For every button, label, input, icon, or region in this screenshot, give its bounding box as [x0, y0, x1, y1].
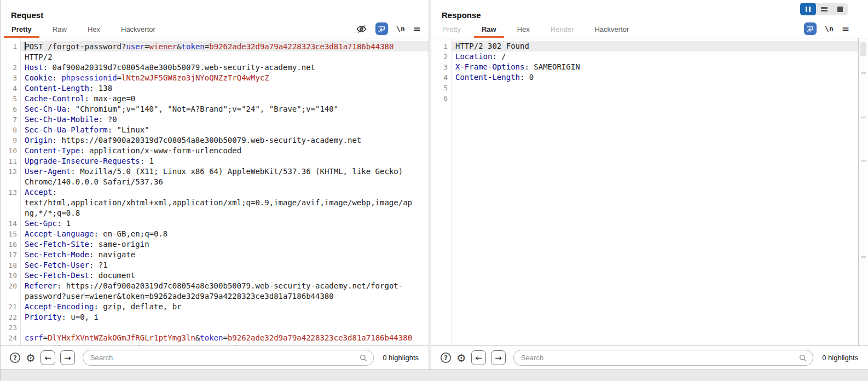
editor-menu-icon[interactable]: ≡: [842, 24, 849, 33]
scrollbar-thumb[interactable]: [860, 42, 866, 56]
line-number: 15: [1, 229, 22, 239]
request-title: Request: [11, 10, 420, 20]
line-text[interactable]: [453, 83, 858, 93]
layout-single-button[interactable]: [832, 3, 848, 15]
word-wrap-toggle[interactable]: [804, 22, 817, 35]
line-text[interactable]: Referer: https://0af900a20319d7c08054a8e…: [22, 281, 414, 302]
layout-button-group: [800, 3, 848, 15]
line-text[interactable]: Sec-Ch-Ua-Mobile: ?0: [22, 114, 414, 125]
line-text[interactable]: Sec-Fetch-Mode: navigate: [22, 250, 414, 260]
code-line-23: 23: [1, 322, 429, 333]
search-settings-button[interactable]: ⚙: [456, 353, 466, 363]
line-text[interactable]: Upgrade-Insecure-Requests: 1: [22, 156, 414, 166]
request-editor[interactable]: 1POST /forgot-password?user=wiener&token…: [1, 38, 429, 345]
highlights-count: 0 highlights: [381, 354, 420, 362]
request-searchbar: ? ⚙ ← → 0 highlights: [1, 345, 429, 370]
search-help-button[interactable]: ?: [440, 352, 452, 363]
editor-scrollbar[interactable]: [858, 38, 868, 345]
line-text[interactable]: Sec-Fetch-Site: same-origin: [22, 239, 414, 250]
request-header: Request: [1, 0, 429, 22]
tab-raw[interactable]: Raw: [474, 22, 504, 38]
code-line-6: 6Sec-Ch-Ua: "Chromium";v="140", "Not=A?B…: [1, 104, 429, 114]
tab-hackvertor[interactable]: Hackvertor: [587, 22, 636, 38]
line-text[interactable]: Sec-Ch-Ua-Platform: "Linux": [22, 125, 414, 135]
line-number: 9: [1, 135, 22, 146]
line-text[interactable]: Sec-Gpc: 1: [22, 218, 414, 229]
line-number: 5: [1, 94, 22, 104]
editor-menu-icon[interactable]: ≡: [413, 24, 421, 33]
word-wrap-toggle[interactable]: [375, 22, 388, 35]
line-text[interactable]: Sec-Ch-Ua: "Chromium";v="140", "Not=A?Br…: [22, 104, 414, 114]
line-text[interactable]: Content-Length: 138: [22, 83, 414, 94]
line-text[interactable]: csrf=DlYHxfXVntWZakOGmJfRGLr1ptYmg3ln&to…: [22, 333, 414, 345]
search-input[interactable]: [83, 350, 374, 366]
line-text[interactable]: Accept-Language: en-GB,en;q=0.8: [22, 229, 414, 239]
filled-square-icon: [837, 7, 843, 12]
line-number: 16: [1, 239, 22, 250]
line-number: 6: [431, 93, 453, 103]
line-text[interactable]: Sec-Fetch-User: ?1: [22, 260, 414, 270]
line-text[interactable]: [22, 322, 414, 333]
two-horizontal-bars-icon: [821, 7, 828, 11]
line-text[interactable]: HTTP/2 302 Found: [453, 41, 858, 51]
search-settings-button[interactable]: ⚙: [26, 353, 36, 363]
search-input[interactable]: [513, 350, 813, 366]
line-text[interactable]: Cache-Control: max-age=0: [22, 94, 414, 104]
line-text[interactable]: Priority: u=0, i: [22, 312, 414, 322]
line-text[interactable]: Accept-Encoding: gzip, deflate, br: [22, 302, 414, 312]
line-number: 14: [1, 218, 22, 229]
line-text[interactable]: Content-Type: application/x-www-form-url…: [22, 146, 414, 156]
bottom-edge-strip: [1, 370, 868, 381]
line-number: 18: [1, 260, 22, 270]
response-editor[interactable]: 1HTTP/2 302 Found2Location: /3X-Frame-Op…: [431, 38, 858, 345]
line-number: 13: [1, 187, 22, 218]
next-match-button[interactable]: →: [60, 350, 75, 365]
line-number: 21: [1, 302, 22, 312]
code-line-10: 10Content-Type: application/x-www-form-u…: [1, 146, 429, 156]
repeater-message-view: Request PrettyRawHexHackvertor: [0, 0, 868, 381]
scrollbar-mark: [861, 117, 866, 118]
layout-columns-button[interactable]: [800, 3, 816, 15]
response-search-field: [513, 350, 813, 366]
line-text[interactable]: Accept: text/html,application/xhtml+xml,…: [22, 187, 414, 218]
tab-pretty[interactable]: Pretty: [4, 22, 39, 38]
layout-rows-button[interactable]: [816, 3, 832, 15]
line-text[interactable]: [453, 93, 858, 103]
line-text[interactable]: Location: /: [453, 51, 858, 62]
tab-hex[interactable]: Hex: [80, 22, 108, 38]
search-icon: [799, 354, 807, 364]
response-code: 1HTTP/2 302 Found2Location: /3X-Frame-Op…: [431, 41, 858, 103]
tab-raw[interactable]: Raw: [45, 22, 74, 38]
show-newlines-toggle[interactable]: \n: [825, 25, 834, 33]
previous-match-button[interactable]: ←: [471, 350, 486, 365]
show-newlines-toggle[interactable]: \n: [396, 25, 405, 33]
code-line-3: 3Cookie: phpsessionid=lNtn2wJF5GW8zo3jNY…: [1, 73, 429, 83]
code-line-16: 16Sec-Fetch-Site: same-origin: [1, 239, 429, 250]
search-help-button[interactable]: ?: [9, 352, 21, 363]
request-code: 1POST /forgot-password?user=wiener&token…: [1, 41, 429, 345]
code-line-18: 18Sec-Fetch-User: ?1: [1, 260, 429, 270]
text-caret: [25, 42, 26, 50]
code-line-1: 1POST /forgot-password?user=wiener&token…: [1, 41, 429, 62]
response-tabbar: PrettyRawHexRenderHackvertor \n ≡: [431, 22, 868, 38]
line-number: 20: [1, 281, 22, 302]
line-text[interactable]: Host: 0af900a20319d7c08054a8e300b50079.w…: [22, 62, 414, 73]
line-number: 1: [1, 41, 22, 62]
tab-hex[interactable]: Hex: [510, 22, 537, 38]
line-text[interactable]: User-Agent: Mozilla/5.0 (X11; Linux x86_…: [22, 166, 414, 187]
line-text[interactable]: Origin: https://0af900a20319d7c08054a8e3…: [22, 135, 414, 146]
search-icon: [360, 354, 367, 364]
line-text[interactable]: Sec-Fetch-Dest: document: [22, 270, 414, 281]
line-text[interactable]: Content-Length: 0: [453, 72, 858, 83]
line-text[interactable]: Cookie: phpsessionid=lNtn2wJF5GW8zo3jNYo…: [22, 73, 414, 83]
line-text[interactable]: POST /forgot-password?user=wiener&token=…: [22, 41, 414, 62]
response-editor-icons: \n ≡: [804, 22, 849, 38]
tab-hackvertor[interactable]: Hackvertor: [113, 22, 163, 38]
hide-nonprintable-toggle[interactable]: [356, 24, 367, 34]
code-line-20: 20Referer: https://0af900a20319d7c08054a…: [1, 281, 429, 302]
previous-match-button[interactable]: ←: [40, 350, 55, 365]
next-match-button[interactable]: →: [491, 350, 506, 365]
line-number: 24: [1, 333, 22, 345]
scrollbar-mark: [861, 256, 866, 258]
line-text[interactable]: X-Frame-Options: SAMEORIGIN: [453, 62, 858, 72]
